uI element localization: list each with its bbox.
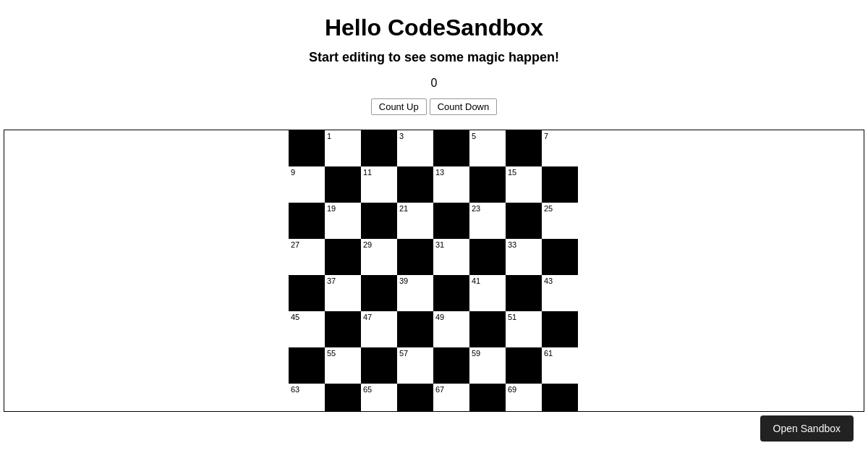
board-cell: 11 [361, 166, 397, 203]
button-row: Count Up Count Down [0, 98, 868, 115]
board-cell: 29 [361, 239, 397, 275]
board-cell [542, 239, 578, 275]
board-row: 63656769 [289, 384, 578, 412]
main-title: Hello CodeSandbox [0, 14, 868, 41]
board-cell [542, 311, 578, 347]
board-cell: 23 [469, 203, 506, 239]
board-cell: 27 [289, 239, 325, 275]
board-cell [433, 347, 469, 384]
board-cell: 39 [397, 275, 433, 311]
board-cell [361, 203, 397, 239]
open-sandbox-button[interactable]: Open Sandbox [760, 415, 854, 442]
checkerboard: 1357911131519212325272931333739414345474… [289, 130, 578, 412]
board-cell: 9 [289, 166, 325, 203]
board-cell [289, 347, 325, 384]
board-cell: 63 [289, 384, 325, 412]
board-cell: 19 [325, 203, 361, 239]
board-cell: 47 [361, 311, 397, 347]
board-cell [506, 347, 542, 384]
board-cell: 33 [506, 239, 542, 275]
board-cell [397, 166, 433, 203]
board-cell [289, 130, 325, 166]
board-cell [469, 311, 506, 347]
board-cell [397, 384, 433, 412]
board-cell: 31 [433, 239, 469, 275]
board-cell: 3 [397, 130, 433, 166]
board-cell: 55 [325, 347, 361, 384]
board-row: 9111315 [289, 166, 578, 203]
board-cell: 49 [433, 311, 469, 347]
board-cell [542, 384, 578, 412]
board-row: 19212325 [289, 203, 578, 239]
board-cell: 1 [325, 130, 361, 166]
count-down-button[interactable]: Count Down [430, 98, 498, 115]
board-cell [542, 166, 578, 203]
board-cell [397, 239, 433, 275]
board-row: 45474951 [289, 311, 578, 347]
count-up-button[interactable]: Count Up [371, 98, 427, 115]
board-cell [506, 130, 542, 166]
board-cell [469, 166, 506, 203]
board-cell [433, 275, 469, 311]
board-cell: 15 [506, 166, 542, 203]
board-cell: 41 [469, 275, 506, 311]
board-cell [433, 130, 469, 166]
board-row: 27293133 [289, 239, 578, 275]
board-cell: 59 [469, 347, 506, 384]
board-cell: 45 [289, 311, 325, 347]
board-cell [506, 203, 542, 239]
board-cell [325, 166, 361, 203]
header-section: Hello CodeSandbox Start editing to see s… [0, 0, 868, 115]
board-cell: 5 [469, 130, 506, 166]
board-row: 37394143 [289, 275, 578, 311]
board-cell [325, 239, 361, 275]
board-cell [361, 347, 397, 384]
board-cell: 25 [542, 203, 578, 239]
counter-display: 0 [0, 77, 868, 90]
board-cell [469, 384, 506, 412]
board-cell: 37 [325, 275, 361, 311]
board-cell [433, 203, 469, 239]
board-cell [289, 275, 325, 311]
board-cell: 67 [433, 384, 469, 412]
board-cell [469, 239, 506, 275]
checkerboard-container: 1357911131519212325272931333739414345474… [4, 130, 864, 412]
board-cell [397, 311, 433, 347]
board-cell: 65 [361, 384, 397, 412]
board-cell: 7 [542, 130, 578, 166]
board-cell [325, 384, 361, 412]
board-cell [361, 130, 397, 166]
board-cell: 51 [506, 311, 542, 347]
board-cell [325, 311, 361, 347]
subtitle: Start editing to see some magic happen! [0, 50, 868, 65]
board-cell: 13 [433, 166, 469, 203]
board-cell [289, 203, 325, 239]
board-row: 55575961 [289, 347, 578, 384]
board-cell: 21 [397, 203, 433, 239]
board-cell: 61 [542, 347, 578, 384]
board-cell [506, 275, 542, 311]
board-cell: 43 [542, 275, 578, 311]
board-cell [361, 275, 397, 311]
board-cell: 57 [397, 347, 433, 384]
board-cell: 69 [506, 384, 542, 412]
board-row: 1357 [289, 130, 578, 166]
